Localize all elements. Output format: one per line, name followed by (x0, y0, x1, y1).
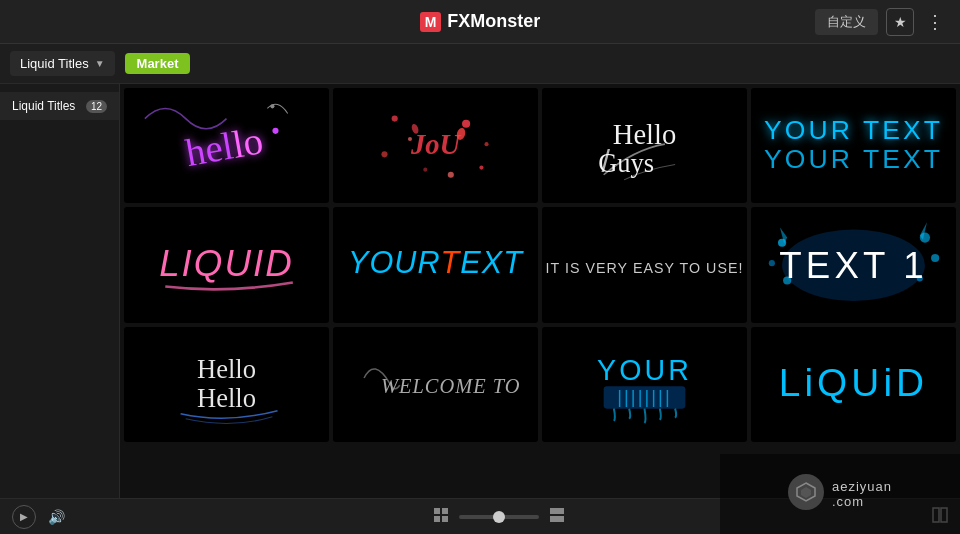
grid-item-3[interactable]: Hello Guys / (542, 88, 747, 203)
grid-area: hello JoU (120, 84, 960, 498)
chevron-down-icon: ▼ (95, 58, 105, 69)
svg-point-7 (484, 142, 488, 146)
sidebar-item-badge: 12 (86, 100, 107, 113)
grid-item-10[interactable]: WELCOME TO (333, 327, 538, 442)
svg-text:hello: hello (182, 118, 266, 174)
grid-large-button[interactable] (549, 507, 565, 527)
svg-rect-42 (442, 516, 448, 522)
grid-item-8[interactable]: TEXT 1 (751, 207, 956, 322)
size-slider-thumb[interactable] (493, 511, 505, 523)
layout-button[interactable] (932, 507, 948, 527)
volume-icon: 🔊 (48, 509, 65, 525)
svg-rect-39 (434, 508, 440, 514)
sidebar: Liquid Titles 12 (0, 84, 120, 498)
svg-text:WELCOME TO: WELCOME TO (381, 375, 521, 397)
app-name: FXMonster (447, 11, 540, 32)
svg-point-10 (479, 166, 483, 170)
grid-small-button[interactable] (433, 507, 449, 527)
items-grid: hello JoU (124, 88, 956, 442)
svg-text:YOUR TEXT: YOUR TEXT (764, 144, 943, 174)
size-slider-track (459, 515, 539, 519)
svg-text:Hello: Hello (197, 354, 256, 384)
market-tag[interactable]: Market (125, 53, 191, 74)
customize-button[interactable]: 自定义 (815, 9, 878, 35)
play-button[interactable]: ▶ (12, 505, 36, 529)
svg-text:LiQUiD: LiQUiD (779, 361, 928, 404)
svg-text:JoU: JoU (410, 129, 462, 160)
category-dropdown[interactable]: Liquid Titles ▼ (10, 51, 115, 76)
grid-item-11[interactable]: YOUR |||||||| (542, 327, 747, 442)
watermark-text: aeziyuan .com (832, 479, 892, 498)
grid-item-2[interactable]: JoU (333, 88, 538, 203)
grid-item-6[interactable]: YOURTEXT (333, 207, 538, 322)
watermark-icon (788, 474, 824, 498)
app-logo: M FXMonster (420, 11, 541, 32)
svg-point-8 (423, 168, 427, 172)
svg-rect-40 (442, 508, 448, 514)
bottom-bar: ▶ 🔊 (0, 498, 960, 534)
svg-text:/: / (601, 144, 610, 178)
svg-point-2 (272, 128, 278, 134)
more-button[interactable]: ⋮ (922, 11, 948, 33)
svg-text:Hello: Hello (197, 382, 256, 412)
svg-text:||||||||: |||||||| (617, 385, 671, 406)
volume-button[interactable]: 🔊 (48, 509, 65, 525)
grid-item-12[interactable]: LiQUiD (751, 327, 956, 442)
svg-rect-43 (550, 508, 564, 514)
view-controls (433, 507, 565, 527)
sidebar-item-liquid-titles[interactable]: Liquid Titles 12 (0, 92, 119, 120)
grid-item-1[interactable]: hello (124, 88, 329, 203)
grid-small-icon (433, 507, 449, 523)
main-content: Liquid Titles 12 hello (0, 84, 960, 498)
grid-large-icon (549, 507, 565, 523)
header-actions: 自定义 ★ ⋮ (815, 8, 948, 36)
svg-rect-46 (941, 508, 947, 522)
playback-controls: ▶ 🔊 (12, 505, 65, 529)
svg-marker-37 (797, 483, 815, 498)
category-label: Liquid Titles (20, 56, 89, 71)
svg-point-0 (270, 104, 274, 108)
svg-text:TEXT 1: TEXT 1 (779, 246, 927, 287)
svg-point-4 (392, 116, 398, 122)
play-icon: ▶ (20, 511, 28, 522)
svg-point-5 (408, 137, 412, 141)
favorites-button[interactable]: ★ (886, 8, 914, 36)
layout-icon (932, 507, 948, 523)
toolbar: Liquid Titles ▼ Market (0, 44, 960, 84)
svg-point-27 (769, 260, 775, 266)
svg-marker-38 (801, 487, 811, 498)
header: M FXMonster 自定义 ★ ⋮ (0, 0, 960, 44)
svg-text:IT IS VERY EASY TO USE!: IT IS VERY EASY TO USE! (546, 261, 744, 277)
grid-item-7[interactable]: IT IS VERY EASY TO USE! (542, 207, 747, 322)
svg-text:Hello: Hello (613, 119, 676, 150)
svg-text:YOURTEXT: YOURTEXT (348, 246, 524, 280)
svg-point-11 (381, 151, 387, 157)
grid-item-5[interactable]: LIQUID (124, 207, 329, 322)
logo-icon: M (420, 12, 442, 32)
svg-rect-44 (550, 516, 564, 522)
svg-rect-41 (434, 516, 440, 522)
watermark: aeziyuan .com (720, 454, 960, 498)
grid-item-9[interactable]: Hello Hello (124, 327, 329, 442)
sidebar-item-label: Liquid Titles (12, 99, 75, 113)
svg-point-9 (448, 172, 454, 178)
grid-item-4[interactable]: YOUR TEXT YOUR TEXT (751, 88, 956, 203)
svg-text:YOUR TEXT: YOUR TEXT (764, 115, 943, 145)
layout-controls (932, 507, 948, 527)
svg-text:YOUR: YOUR (597, 354, 692, 386)
svg-text:LIQUID: LIQUID (159, 244, 294, 285)
svg-point-6 (462, 120, 470, 128)
svg-rect-45 (933, 508, 939, 522)
svg-point-28 (931, 254, 939, 262)
